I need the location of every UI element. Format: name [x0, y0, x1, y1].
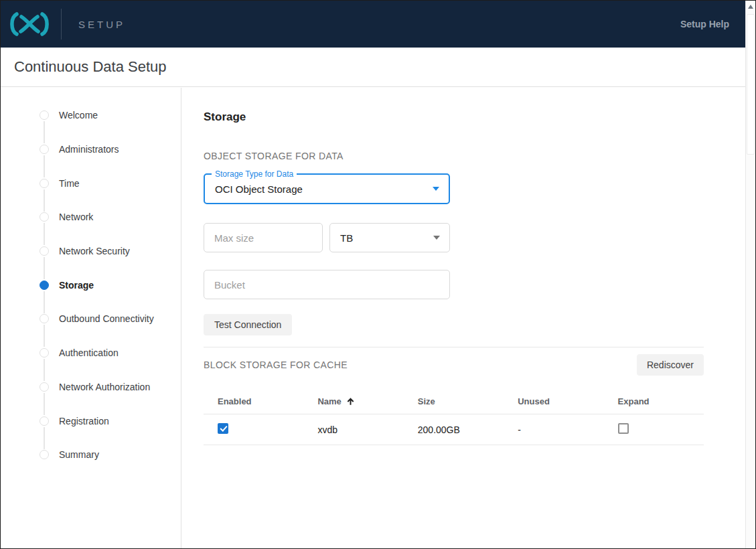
sidebar-step-time[interactable]: Time: [1, 166, 181, 200]
chevron-down-icon: [433, 236, 440, 240]
sidebar-step-network[interactable]: Network: [1, 200, 181, 234]
step-label: Time: [59, 178, 80, 189]
sidebar-step-administrators[interactable]: Administrators: [1, 133, 181, 167]
step-active-dot-icon: [40, 281, 49, 290]
navbar-divider: [61, 9, 62, 40]
device-size-cell: 200.00GB: [404, 424, 504, 435]
scroll-up-arrow-icon[interactable]: [748, 5, 753, 9]
main-content: Storage OBJECT STORAGE FOR DATA Storage …: [181, 88, 745, 548]
step-label: Authentication: [59, 347, 119, 358]
sidebar-step-network-authorization[interactable]: Network Authorization: [1, 370, 181, 404]
sidebar-step-summary[interactable]: Summary: [1, 438, 181, 472]
step-circle-icon: [40, 179, 49, 188]
sidebar-step-storage[interactable]: Storage: [1, 268, 181, 302]
sort-ascending-icon: [346, 396, 356, 406]
max-size-field-wrapper: [204, 223, 323, 252]
column-header-expand: Expand: [604, 396, 704, 406]
table-header-row: Enabled Name Size Unused Expand: [204, 389, 704, 414]
block-storage-table: Enabled Name Size Unused Expand: [204, 389, 704, 445]
size-unit-value: TB: [340, 232, 353, 244]
storage-heading: Storage: [204, 110, 704, 124]
step-label: Network: [59, 212, 93, 222]
sidebar-step-registration[interactable]: Registration: [1, 404, 181, 438]
enabled-checkbox[interactable]: [218, 423, 228, 434]
test-connection-button[interactable]: Test Connection: [204, 314, 292, 335]
storage-type-value: OCI Object Storage: [215, 183, 303, 195]
column-header-unused: Unused: [504, 396, 603, 406]
vertical-scrollbar[interactable]: [745, 1, 755, 548]
step-label: Storage: [59, 280, 94, 291]
step-label: Network Authorization: [59, 382, 150, 392]
page-body: WelcomeAdministratorsTimeNetworkNetwork …: [1, 88, 745, 548]
step-circle-icon: [40, 416, 49, 426]
step-label: Summary: [59, 449, 99, 460]
step-label: Welcome: [59, 110, 98, 121]
bucket-field-wrapper: [204, 270, 450, 299]
column-header-name-sort[interactable]: Name: [303, 396, 403, 406]
step-circle-icon: [40, 110, 49, 120]
stepper: WelcomeAdministratorsTimeNetworkNetwork …: [1, 88, 181, 548]
rediscover-button[interactable]: Rediscover: [637, 354, 704, 376]
sidebar-step-outbound-connectivity[interactable]: Outbound Connectivity: [1, 302, 181, 336]
page-title: Continuous Data Setup: [14, 58, 167, 76]
step-label: Administrators: [59, 144, 119, 155]
step-label: Network Security: [59, 246, 130, 256]
step-circle-icon: [40, 314, 49, 323]
step-circle-icon: [40, 145, 49, 154]
column-header-size: Size: [404, 396, 504, 406]
step-circle-icon: [40, 382, 49, 392]
expand-checkbox[interactable]: [618, 423, 629, 434]
product-label: SETUP: [78, 19, 125, 30]
storage-type-label: Storage Type for Data: [212, 169, 297, 179]
chevron-down-icon: [433, 187, 439, 191]
step-label: Outbound Connectivity: [59, 313, 154, 324]
device-name-cell: xvdb: [303, 424, 403, 435]
step-circle-icon: [40, 212, 49, 222]
device-unused-cell: -: [504, 424, 603, 435]
setup-help-link[interactable]: Setup Help: [680, 19, 729, 29]
column-header-enabled: Enabled: [204, 396, 303, 406]
step-circle-icon: [40, 348, 49, 358]
top-navbar: SETUP Setup Help: [1, 1, 745, 48]
sidebar-step-authentication[interactable]: Authentication: [1, 336, 181, 370]
section-divider: [204, 347, 704, 347]
column-header-name-label: Name: [317, 396, 341, 406]
page-title-bar: Continuous Data Setup: [1, 48, 745, 87]
storage-type-select[interactable]: Storage Type for Data OCI Object Storage: [204, 173, 450, 204]
scrollbar-thumb[interactable]: [747, 14, 755, 155]
step-circle-icon: [40, 246, 49, 256]
max-size-input[interactable]: [214, 232, 309, 244]
object-storage-section-title: OBJECT STORAGE FOR DATA: [204, 151, 704, 161]
size-unit-select[interactable]: TB: [329, 223, 450, 252]
table-row: xvdb 200.00GB -: [204, 414, 704, 445]
delphix-logo-icon: [7, 9, 52, 40]
sidebar-step-welcome[interactable]: Welcome: [1, 98, 181, 133]
sidebar-step-network-security[interactable]: Network Security: [1, 234, 181, 268]
bucket-input[interactable]: [214, 279, 410, 291]
step-label: Registration: [59, 416, 109, 426]
block-storage-section-title: BLOCK STORAGE FOR CACHE: [204, 360, 348, 370]
step-circle-icon: [40, 450, 49, 459]
